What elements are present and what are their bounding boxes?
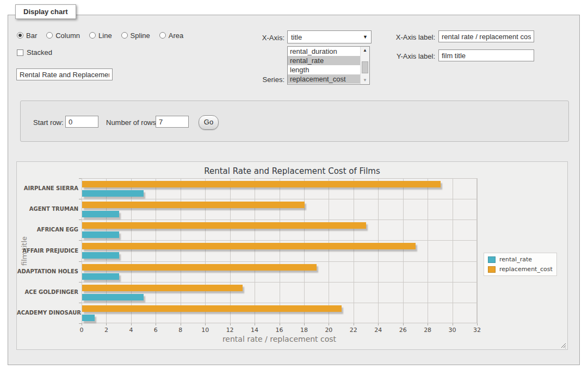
legend-item-replacement_cost: replacement_cost: [488, 266, 553, 273]
y-tick-mark: [79, 261, 82, 262]
scroll-up-icon[interactable]: ▲: [361, 47, 369, 54]
series-listbox[interactable]: rental_durationrental_ratelengthreplacem…: [287, 46, 370, 85]
gridline-vertical: [255, 178, 255, 323]
gridline-vertical: [230, 178, 231, 323]
legend-swatch: [488, 266, 496, 273]
x-axis-label-caption: X-Axis label:: [370, 33, 435, 41]
x-tick-label: 24: [369, 327, 387, 334]
series-option-replacement_cost[interactable]: replacement_cost: [288, 74, 360, 84]
chevron-down-icon: ▼: [363, 34, 368, 40]
chart-type-option-label: Line: [98, 32, 112, 40]
gridline-horizontal: [82, 282, 477, 283]
chart-type-option-column[interactable]: Column: [46, 32, 80, 40]
gridline-vertical: [329, 178, 329, 323]
x-tick-mark: [82, 323, 82, 325]
category-label: AIRPLANE SIERRA: [17, 185, 78, 191]
gridline-vertical: [428, 178, 428, 323]
x-axis-select-value: title: [291, 33, 302, 41]
series-option-rental_rate[interactable]: rental_rate: [288, 56, 360, 65]
bar-replacement_cost: [82, 181, 441, 187]
y-axis-label-input[interactable]: [438, 49, 534, 61]
gridline-horizontal: [82, 240, 477, 241]
gridline-vertical: [205, 178, 206, 323]
chart-type-option-line[interactable]: Line: [89, 32, 112, 40]
gridline-vertical: [181, 178, 181, 323]
panel-legend-text: Display chart: [23, 8, 68, 16]
x-tick-mark: [106, 323, 107, 325]
x-tick-mark: [181, 323, 181, 325]
chart-type-option-spline[interactable]: Spline: [121, 32, 150, 40]
y-tick-mark: [79, 323, 82, 324]
gridline-vertical: [453, 178, 453, 323]
bar-rental_rate: [82, 315, 95, 321]
chart-legend: rental_ratereplacement_cost: [484, 253, 557, 276]
chart-type-option-area[interactable]: Area: [159, 32, 183, 40]
category-label: ACADEMY DINOSAUR: [17, 310, 78, 316]
y-tick-mark: [79, 178, 82, 179]
x-tick-mark: [428, 323, 428, 325]
x-tick-label: 8: [171, 327, 190, 334]
chart-container: Rental Rate and Replacement Cost of Film…: [16, 161, 568, 350]
gridline-horizontal: [82, 199, 477, 199]
y-tick-mark: [79, 303, 82, 303]
x-tick-label: 10: [196, 327, 214, 334]
bar-rental_rate: [82, 273, 119, 280]
x-axis-label-input[interactable]: [438, 30, 534, 42]
x-tick-label: 18: [295, 327, 313, 334]
num-rows-input[interactable]: [156, 116, 189, 128]
x-tick-label: 4: [122, 327, 140, 334]
gridline-horizontal: [82, 303, 477, 303]
chart-type-radio-group: BarColumnLineSplineArea: [17, 31, 193, 41]
x-tick-mark: [329, 323, 329, 325]
series-scrollbar[interactable]: ▲ ▼: [360, 47, 369, 84]
x-tick-label: 12: [221, 327, 239, 334]
x-tick-mark: [403, 323, 404, 325]
num-rows-label: Number of rows:: [106, 118, 158, 127]
category-label: AFFAIR PREJUDICE: [17, 248, 78, 254]
category-label: AGENT TRUMAN: [17, 206, 78, 212]
radio-icon[interactable]: [121, 32, 128, 39]
resize-grip-icon[interactable]: [560, 342, 566, 348]
radio-icon[interactable]: [17, 32, 23, 39]
legend-label: rental_rate: [499, 256, 532, 263]
series-option-length[interactable]: length: [288, 65, 360, 74]
x-tick-label: 2: [97, 327, 115, 334]
gridline-vertical: [403, 178, 404, 323]
panel-legend: Display chart: [15, 4, 76, 19]
bar-replacement_cost: [82, 202, 305, 208]
y-tick-mark: [79, 199, 82, 199]
x-tick-label: 6: [146, 327, 165, 334]
radio-icon[interactable]: [159, 32, 166, 39]
x-tick-label: 16: [270, 327, 289, 334]
x-tick-mark: [156, 323, 156, 325]
x-tick-label: 28: [418, 327, 437, 334]
radio-icon[interactable]: [89, 32, 96, 39]
scroll-down-icon[interactable]: ▼: [361, 77, 369, 84]
radio-icon[interactable]: [46, 32, 53, 39]
bar-rental_rate: [82, 190, 144, 197]
series-option-rental_duration[interactable]: rental_duration: [288, 47, 360, 56]
x-tick-mark: [453, 323, 453, 325]
start-row-input[interactable]: [65, 116, 98, 128]
y-tick-mark: [79, 220, 82, 220]
gridline-vertical: [106, 178, 107, 323]
go-button[interactable]: Go: [199, 115, 219, 130]
x-tick-mark: [378, 323, 379, 325]
x-axis-select[interactable]: title ▼: [287, 30, 372, 43]
chart-type-option-bar[interactable]: Bar: [17, 32, 37, 40]
chart-type-option-label: Bar: [26, 32, 37, 40]
bar-replacement_cost: [82, 305, 342, 312]
gridline-vertical: [82, 178, 82, 323]
stacked-label: Stacked: [27, 48, 52, 57]
bar-replacement_cost: [82, 285, 243, 291]
x-tick-mark: [280, 323, 280, 325]
bar-replacement_cost: [82, 264, 317, 271]
x-tick-label: 20: [319, 327, 338, 334]
x-tick-mark: [304, 323, 305, 325]
stacked-checkbox[interactable]: [17, 49, 23, 56]
gridline-vertical: [378, 178, 379, 323]
scrollbar-thumb[interactable]: [362, 61, 368, 73]
bar-rental_rate: [82, 294, 144, 300]
legend-swatch: [488, 256, 496, 263]
chart-title-input[interactable]: [16, 68, 113, 80]
